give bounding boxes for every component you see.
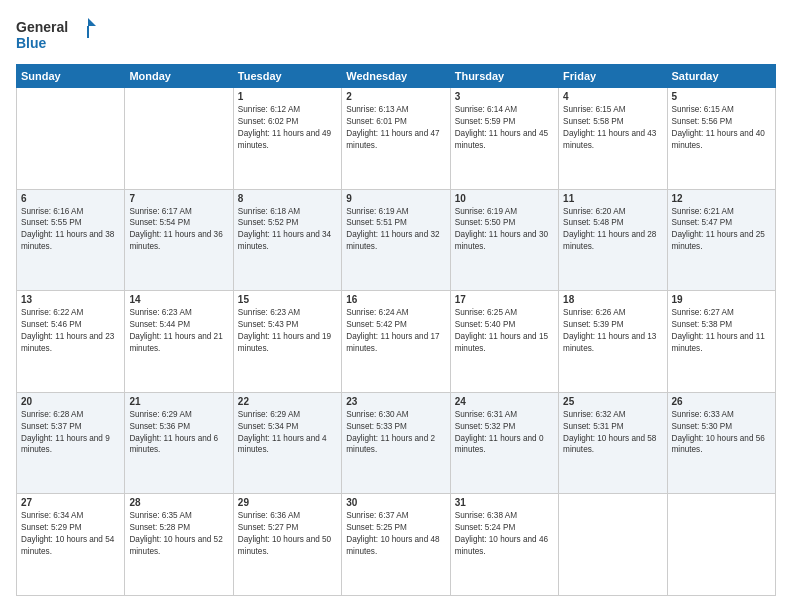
day-number: 16 (346, 294, 445, 305)
day-info: Sunrise: 6:12 AMSunset: 6:02 PMDaylight:… (238, 105, 331, 150)
day-info: Sunrise: 6:15 AMSunset: 5:56 PMDaylight:… (672, 105, 765, 150)
calendar-cell: 31 Sunrise: 6:38 AMSunset: 5:24 PMDaylig… (450, 494, 558, 596)
calendar-cell: 7 Sunrise: 6:17 AMSunset: 5:54 PMDayligh… (125, 189, 233, 291)
day-info: Sunrise: 6:21 AMSunset: 5:47 PMDaylight:… (672, 207, 765, 252)
day-info: Sunrise: 6:15 AMSunset: 5:58 PMDaylight:… (563, 105, 656, 150)
dow-header: Friday (559, 65, 667, 88)
day-info: Sunrise: 6:27 AMSunset: 5:38 PMDaylight:… (672, 308, 765, 353)
day-info: Sunrise: 6:31 AMSunset: 5:32 PMDaylight:… (455, 410, 544, 455)
day-info: Sunrise: 6:23 AMSunset: 5:43 PMDaylight:… (238, 308, 331, 353)
calendar-cell (17, 88, 125, 190)
day-info: Sunrise: 6:35 AMSunset: 5:28 PMDaylight:… (129, 511, 222, 556)
calendar-week-row: 1 Sunrise: 6:12 AMSunset: 6:02 PMDayligh… (17, 88, 776, 190)
day-number: 12 (672, 193, 771, 204)
day-number: 26 (672, 396, 771, 407)
day-number: 21 (129, 396, 228, 407)
day-number: 25 (563, 396, 662, 407)
calendar-cell: 6 Sunrise: 6:16 AMSunset: 5:55 PMDayligh… (17, 189, 125, 291)
day-number: 27 (21, 497, 120, 508)
day-info: Sunrise: 6:14 AMSunset: 5:59 PMDaylight:… (455, 105, 548, 150)
day-number: 20 (21, 396, 120, 407)
calendar-week-row: 6 Sunrise: 6:16 AMSunset: 5:55 PMDayligh… (17, 189, 776, 291)
dow-header: Monday (125, 65, 233, 88)
day-info: Sunrise: 6:32 AMSunset: 5:31 PMDaylight:… (563, 410, 656, 455)
svg-marker-2 (88, 18, 96, 26)
dow-header: Thursday (450, 65, 558, 88)
day-info: Sunrise: 6:19 AMSunset: 5:50 PMDaylight:… (455, 207, 548, 252)
calendar-cell (125, 88, 233, 190)
day-info: Sunrise: 6:29 AMSunset: 5:36 PMDaylight:… (129, 410, 218, 455)
day-number: 11 (563, 193, 662, 204)
day-number: 15 (238, 294, 337, 305)
day-info: Sunrise: 6:25 AMSunset: 5:40 PMDaylight:… (455, 308, 548, 353)
calendar-cell: 15 Sunrise: 6:23 AMSunset: 5:43 PMDaylig… (233, 291, 341, 393)
calendar-cell: 21 Sunrise: 6:29 AMSunset: 5:36 PMDaylig… (125, 392, 233, 494)
calendar-cell: 23 Sunrise: 6:30 AMSunset: 5:33 PMDaylig… (342, 392, 450, 494)
day-number: 2 (346, 91, 445, 102)
calendar-cell: 13 Sunrise: 6:22 AMSunset: 5:46 PMDaylig… (17, 291, 125, 393)
day-number: 6 (21, 193, 120, 204)
calendar-cell: 16 Sunrise: 6:24 AMSunset: 5:42 PMDaylig… (342, 291, 450, 393)
day-number: 4 (563, 91, 662, 102)
day-info: Sunrise: 6:33 AMSunset: 5:30 PMDaylight:… (672, 410, 765, 455)
day-number: 24 (455, 396, 554, 407)
dow-header: Tuesday (233, 65, 341, 88)
day-number: 30 (346, 497, 445, 508)
calendar-body: 1 Sunrise: 6:12 AMSunset: 6:02 PMDayligh… (17, 88, 776, 596)
calendar-cell: 19 Sunrise: 6:27 AMSunset: 5:38 PMDaylig… (667, 291, 775, 393)
day-info: Sunrise: 6:30 AMSunset: 5:33 PMDaylight:… (346, 410, 435, 455)
calendar-cell: 29 Sunrise: 6:36 AMSunset: 5:27 PMDaylig… (233, 494, 341, 596)
days-of-week-row: SundayMondayTuesdayWednesdayThursdayFrid… (17, 65, 776, 88)
day-number: 3 (455, 91, 554, 102)
dow-header: Sunday (17, 65, 125, 88)
day-info: Sunrise: 6:16 AMSunset: 5:55 PMDaylight:… (21, 207, 114, 252)
day-number: 18 (563, 294, 662, 305)
calendar-cell: 18 Sunrise: 6:26 AMSunset: 5:39 PMDaylig… (559, 291, 667, 393)
calendar-cell: 14 Sunrise: 6:23 AMSunset: 5:44 PMDaylig… (125, 291, 233, 393)
calendar-cell: 11 Sunrise: 6:20 AMSunset: 5:48 PMDaylig… (559, 189, 667, 291)
day-info: Sunrise: 6:28 AMSunset: 5:37 PMDaylight:… (21, 410, 110, 455)
calendar-cell: 27 Sunrise: 6:34 AMSunset: 5:29 PMDaylig… (17, 494, 125, 596)
day-info: Sunrise: 6:36 AMSunset: 5:27 PMDaylight:… (238, 511, 331, 556)
day-info: Sunrise: 6:29 AMSunset: 5:34 PMDaylight:… (238, 410, 327, 455)
day-number: 5 (672, 91, 771, 102)
day-number: 17 (455, 294, 554, 305)
calendar-cell: 4 Sunrise: 6:15 AMSunset: 5:58 PMDayligh… (559, 88, 667, 190)
day-number: 23 (346, 396, 445, 407)
calendar-cell (559, 494, 667, 596)
day-number: 28 (129, 497, 228, 508)
day-number: 9 (346, 193, 445, 204)
day-number: 10 (455, 193, 554, 204)
day-info: Sunrise: 6:34 AMSunset: 5:29 PMDaylight:… (21, 511, 114, 556)
day-number: 19 (672, 294, 771, 305)
dow-header: Wednesday (342, 65, 450, 88)
day-info: Sunrise: 6:18 AMSunset: 5:52 PMDaylight:… (238, 207, 331, 252)
day-number: 22 (238, 396, 337, 407)
calendar-cell: 24 Sunrise: 6:31 AMSunset: 5:32 PMDaylig… (450, 392, 558, 494)
calendar-week-row: 13 Sunrise: 6:22 AMSunset: 5:46 PMDaylig… (17, 291, 776, 393)
calendar-cell: 30 Sunrise: 6:37 AMSunset: 5:25 PMDaylig… (342, 494, 450, 596)
calendar-cell: 28 Sunrise: 6:35 AMSunset: 5:28 PMDaylig… (125, 494, 233, 596)
calendar-cell: 9 Sunrise: 6:19 AMSunset: 5:51 PMDayligh… (342, 189, 450, 291)
svg-text:Blue: Blue (16, 35, 47, 51)
calendar-cell: 17 Sunrise: 6:25 AMSunset: 5:40 PMDaylig… (450, 291, 558, 393)
day-number: 7 (129, 193, 228, 204)
day-info: Sunrise: 6:24 AMSunset: 5:42 PMDaylight:… (346, 308, 439, 353)
day-number: 14 (129, 294, 228, 305)
day-info: Sunrise: 6:17 AMSunset: 5:54 PMDaylight:… (129, 207, 222, 252)
calendar-cell: 8 Sunrise: 6:18 AMSunset: 5:52 PMDayligh… (233, 189, 341, 291)
day-number: 29 (238, 497, 337, 508)
header: General Blue (16, 16, 776, 54)
calendar-cell: 26 Sunrise: 6:33 AMSunset: 5:30 PMDaylig… (667, 392, 775, 494)
day-number: 1 (238, 91, 337, 102)
day-info: Sunrise: 6:38 AMSunset: 5:24 PMDaylight:… (455, 511, 548, 556)
day-info: Sunrise: 6:26 AMSunset: 5:39 PMDaylight:… (563, 308, 656, 353)
day-info: Sunrise: 6:20 AMSunset: 5:48 PMDaylight:… (563, 207, 656, 252)
calendar-week-row: 27 Sunrise: 6:34 AMSunset: 5:29 PMDaylig… (17, 494, 776, 596)
day-info: Sunrise: 6:23 AMSunset: 5:44 PMDaylight:… (129, 308, 222, 353)
svg-text:General: General (16, 19, 68, 35)
calendar-cell: 2 Sunrise: 6:13 AMSunset: 6:01 PMDayligh… (342, 88, 450, 190)
page: General Blue SundayMondayTuesdayWednesda… (0, 0, 792, 612)
day-info: Sunrise: 6:13 AMSunset: 6:01 PMDaylight:… (346, 105, 439, 150)
day-info: Sunrise: 6:22 AMSunset: 5:46 PMDaylight:… (21, 308, 114, 353)
